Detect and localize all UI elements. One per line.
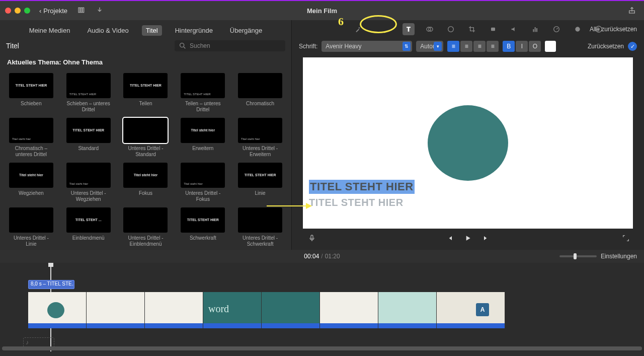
title-thumbnail: Titel steht hier — [238, 118, 282, 143]
title-preset[interactable]: Unteres Drittel - Standard — [120, 118, 172, 158]
bold-button[interactable]: B — [503, 41, 515, 52]
tab-hintergruende[interactable]: Hintergründe — [171, 25, 217, 36]
tab-meine-medien[interactable]: Meine Medien — [25, 25, 74, 36]
timeline-clip[interactable]: word — [203, 292, 262, 328]
preview-shape — [428, 105, 508, 181]
reset-all-button[interactable]: Alle zurücksetzen — [590, 26, 637, 33]
color-swatch[interactable] — [545, 41, 556, 52]
timecode-bar: 00:04 / 01:20 Einstellungen — [0, 250, 644, 263]
timeline-title-clip[interactable]: 8,0 s – TITEL STE… — [28, 280, 74, 289]
align-justify-button[interactable]: ≡ — [487, 41, 499, 52]
volume-icon[interactable] — [508, 23, 520, 35]
font-label: Schrift: — [299, 43, 317, 50]
fullscreen-icon[interactable] — [622, 234, 630, 244]
title-line-2[interactable]: TITEL STEHT HIER — [309, 197, 415, 208]
noise-icon[interactable] — [572, 23, 584, 35]
reset-button[interactable]: Zurücksetzen — [588, 43, 624, 50]
title-preset[interactable]: Titel steht hierFokus — [120, 163, 172, 202]
title-thumbnail — [238, 73, 282, 98]
svg-point-13 — [575, 27, 580, 31]
title-preset[interactable]: TITEL STEHT ...Einblendmenü — [62, 207, 115, 247]
svg-rect-0 — [78, 8, 80, 12]
italic-button[interactable]: I — [516, 41, 528, 52]
close-icon[interactable] — [5, 8, 11, 14]
title-thumbnail: Titel steht hier — [9, 118, 53, 143]
title-label: Wegziehen — [19, 190, 44, 196]
title-overlay[interactable]: TITEL STEHT HIER TITEL STEHT HIER — [309, 180, 415, 208]
timeline-clip[interactable] — [320, 292, 378, 328]
tab-uebergaenge[interactable]: Übergänge — [226, 25, 266, 36]
title-preset[interactable]: Titel steht hierErweitern — [177, 118, 229, 158]
title-preset[interactable]: Titel steht hierUnteres Drittel - Erweit… — [234, 118, 286, 158]
search-input[interactable]: Suchen — [175, 40, 285, 51]
share-icon[interactable] — [628, 6, 636, 16]
apply-icon[interactable]: ✓ — [628, 42, 637, 51]
microphone-icon[interactable] — [308, 234, 316, 244]
next-button[interactable] — [482, 234, 490, 244]
library-icon[interactable] — [77, 6, 86, 16]
title-thumbnail: Titel steht hier — [181, 118, 225, 143]
timeline-clip[interactable] — [28, 292, 87, 328]
title-preset[interactable]: Titel steht hierWegziehen — [5, 163, 57, 202]
tab-titel[interactable]: Titel — [142, 25, 162, 36]
minimize-icon[interactable] — [15, 8, 21, 14]
import-icon[interactable] — [96, 6, 104, 16]
align-left-button[interactable]: ≡ — [447, 41, 459, 52]
outline-button[interactable]: O — [529, 41, 541, 52]
title-preset[interactable]: Titel steht hierChromatisch – unteres Dr… — [5, 118, 57, 158]
timeline[interactable]: 8,0 s – TITEL STE… word A ♪ — [0, 263, 644, 351]
title-preset[interactable]: TITEL STEHT HIERStandard — [62, 118, 115, 158]
title-thumbnail: TITEL STEHT ... — [66, 207, 111, 233]
speed-icon[interactable] — [550, 23, 562, 35]
tab-audio-video[interactable]: Audio & Video — [83, 25, 132, 36]
title-preset[interactable]: TITEL STEHT HIERTeilen — [120, 73, 172, 113]
duration: 01:20 — [325, 253, 340, 260]
title-preset[interactable]: TITEL STEHT HIERSchwerkraft — [177, 207, 229, 247]
title-inspector-icon[interactable] — [403, 23, 415, 35]
title-label: Standard — [78, 146, 99, 152]
title-preset[interactable]: TITEL STEHT HIERTeilen – unteres Drittel — [177, 73, 229, 113]
back-to-projects-button[interactable]: ‹ Projekte — [39, 7, 67, 15]
crop-icon[interactable] — [466, 23, 478, 35]
timeline-clip[interactable] — [145, 292, 203, 328]
equalizer-icon[interactable] — [529, 23, 541, 35]
title-preset[interactable]: Titel steht hierUnteres Drittel - Wegzie… — [62, 163, 115, 202]
font-family-select[interactable]: Avenir Heavy ⇅ — [321, 41, 412, 52]
timeline-clip[interactable] — [262, 292, 320, 328]
title-preset[interactable]: TITEL STEHT HIERSchieben – unteres Dritt… — [62, 73, 115, 113]
title-preset[interactable]: Chromatisch — [234, 73, 286, 113]
zoom-slider[interactable] — [559, 255, 597, 257]
timeline-clip[interactable] — [378, 292, 437, 328]
stabilize-icon[interactable] — [487, 23, 499, 35]
play-button[interactable] — [464, 234, 472, 244]
svg-point-4 — [180, 43, 184, 47]
align-right-button[interactable]: ≡ — [473, 41, 486, 52]
title-preset[interactable]: TITEL STEHT HIERSchieben — [5, 73, 57, 113]
settings-button[interactable]: Einstellungen — [601, 253, 637, 260]
title-thumbnail: TITEL STEHT HIER — [238, 163, 282, 188]
playback-controls — [292, 229, 644, 249]
font-size-select[interactable]: Auton ▾ — [416, 41, 443, 52]
title-label: Linie — [255, 190, 266, 196]
title-preset[interactable]: Unteres Drittel - Schwerkraft — [234, 207, 286, 247]
timeline-clip[interactable]: A — [437, 292, 505, 328]
timeline-clip[interactable] — [87, 292, 145, 328]
color-icon[interactable] — [445, 23, 457, 35]
title-preset[interactable]: Unteres Drittel - Linie — [5, 207, 57, 247]
align-center-button[interactable]: ≡ — [460, 41, 472, 52]
title-line-1[interactable]: TITEL STEHT HIER — [309, 180, 415, 194]
filter-icon[interactable] — [424, 23, 436, 35]
preview-viewer[interactable]: TITEL STEHT HIER TITEL STEHT HIER — [303, 57, 633, 229]
title-thumbnail — [9, 207, 53, 233]
zoom-icon[interactable] — [24, 8, 30, 14]
theme-label: Aktuelles Thema: Ohne Thema — [0, 54, 291, 70]
title-preset[interactable]: TITEL STEHT HIERLinie — [234, 163, 286, 202]
search-placeholder: Suchen — [190, 42, 210, 49]
title-preset[interactable]: Titel steht hierUnteres Drittel - Fokus — [177, 163, 229, 202]
horizontal-scrollbar[interactable] — [2, 346, 642, 350]
audio-dropzone[interactable]: ♪ — [23, 337, 54, 347]
svg-rect-1 — [80, 8, 82, 12]
prev-button[interactable] — [446, 234, 454, 244]
title-preset[interactable]: Unteres Drittel - Einblendmenü — [120, 207, 172, 247]
inspector-pane: Alle zurücksetzen Schrift: Avenir Heavy … — [292, 20, 644, 250]
